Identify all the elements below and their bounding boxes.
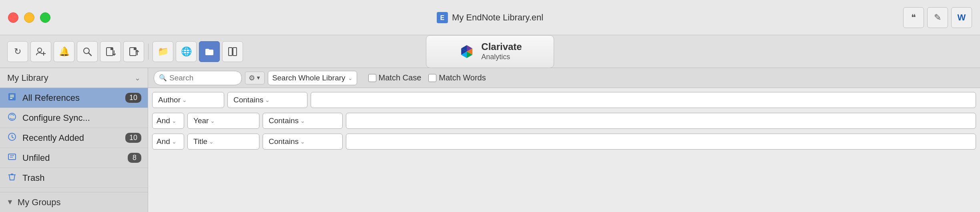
notifications-button[interactable]: 🔔	[54, 41, 74, 62]
search-input[interactable]	[169, 74, 237, 82]
match-case-label: Match Case	[379, 73, 422, 82]
search-icon: 🔍	[159, 74, 167, 82]
layout-icon	[227, 46, 238, 57]
condition-label-3: Contains	[269, 137, 299, 146]
search-bar: 🔍 ⚙ ▼ Search Whole Library ⌄ Match Case …	[148, 68, 980, 88]
add-author-button[interactable]	[30, 41, 51, 62]
export-button[interactable]	[123, 41, 144, 62]
svg-text:E: E	[440, 14, 445, 21]
local-library-button[interactable]	[199, 41, 220, 62]
condition-select-1[interactable]: Contains ⌄	[227, 92, 307, 108]
toolbar-right: ❝ ✎ W	[903, 7, 972, 28]
sidebar-item-trash[interactable]: Trash	[0, 168, 148, 188]
match-words-label: Match Words	[439, 73, 486, 82]
search-row-1: Author ⌄ Contains ⌄	[152, 90, 976, 110]
match-case-option[interactable]: Match Case	[368, 73, 422, 82]
my-groups-chevron-icon: ▼	[6, 198, 14, 206]
condition-label-1: Contains	[233, 96, 263, 104]
edit-citation-button[interactable]: ✎	[927, 7, 948, 28]
value-input-1[interactable]	[311, 92, 976, 108]
svg-rect-11	[229, 48, 232, 56]
clarivate-logo: Clarivate Analytics	[426, 35, 554, 68]
recently-added-icon	[6, 132, 18, 144]
import-icon	[105, 46, 116, 57]
layout-button[interactable]	[222, 41, 243, 62]
all-references-label: All References	[22, 93, 120, 103]
search-settings-button[interactable]: ⚙ ▼	[245, 72, 265, 84]
svg-point-2	[38, 48, 42, 52]
field-arrow-2: ⌄	[210, 118, 215, 124]
export-icon	[129, 46, 139, 57]
sidebar-footer-my-groups[interactable]: ▼ My Groups	[0, 192, 148, 212]
match-words-checkbox[interactable]	[428, 74, 436, 82]
field-arrow-3: ⌄	[209, 138, 214, 145]
match-case-checkbox[interactable]	[368, 74, 376, 82]
field-label-1: Author	[158, 96, 181, 104]
condition-arrow-1: ⌄	[265, 97, 270, 103]
import-button[interactable]	[100, 41, 121, 62]
recently-added-badge: 10	[125, 133, 141, 143]
sidebar-items: All References 10 Configure Sync... Rece…	[0, 88, 148, 192]
traffic-lights	[8, 12, 50, 23]
svg-rect-12	[233, 48, 237, 56]
scope-dropdown-icon: ⌄	[348, 75, 353, 81]
word-button[interactable]: W	[951, 7, 972, 28]
condition-select-2[interactable]: Contains ⌄	[263, 113, 343, 129]
find-icon	[82, 46, 92, 57]
my-library-label: My Library	[7, 73, 48, 83]
sidebar-item-all-references[interactable]: All References 10	[0, 88, 148, 108]
sync-button[interactable]: ↻	[7, 41, 28, 62]
new-folder-button[interactable]: 📁	[153, 41, 173, 62]
online-search-button[interactable]: 🌐	[176, 41, 197, 62]
unfiled-icon	[6, 152, 18, 164]
clarivate-icon	[458, 43, 476, 60]
search-scope-select[interactable]: Search Whole Library ⌄	[268, 71, 357, 85]
my-groups-label: My Groups	[18, 197, 61, 208]
sidebar-item-unfiled[interactable]: Unfiled 8	[0, 148, 148, 168]
library-folder-icon	[204, 46, 215, 57]
separator-1	[148, 44, 149, 60]
configure-sync-icon	[6, 112, 18, 124]
endnote-icon: E	[437, 12, 448, 23]
svg-rect-22	[8, 154, 16, 160]
condition-label-2: Contains	[269, 116, 299, 125]
condition-arrow-2: ⌄	[300, 118, 305, 124]
sidebar: My Library ⌄ All References 10 Configure…	[0, 68, 148, 212]
match-words-option[interactable]: Match Words	[428, 73, 486, 82]
minimize-button[interactable]	[24, 12, 34, 23]
operator-label-2: And	[157, 116, 170, 125]
add-author-icon	[36, 46, 46, 57]
condition-select-3[interactable]: Contains ⌄	[263, 134, 343, 150]
toolbar: ↻ 🔔 📁 🌐	[0, 35, 980, 68]
sidebar-item-configure-sync[interactable]: Configure Sync...	[0, 108, 148, 128]
search-row-2: And ⌄ Year ⌄ Contains ⌄	[152, 111, 976, 130]
search-row-3: And ⌄ Title ⌄ Contains ⌄	[152, 132, 976, 151]
sidebar-item-recently-added[interactable]: Recently Added 10	[0, 128, 148, 148]
trash-icon	[6, 172, 18, 184]
field-label-3: Title	[193, 137, 207, 146]
maximize-button[interactable]	[40, 12, 50, 23]
operator-select-2[interactable]: And ⌄	[152, 113, 184, 129]
field-select-3[interactable]: Title ⌄	[187, 134, 259, 150]
insert-citation-button[interactable]: ❝	[903, 7, 924, 28]
operator-select-3[interactable]: And ⌄	[152, 134, 184, 150]
trash-label: Trash	[22, 173, 141, 183]
svg-line-6	[88, 53, 91, 56]
recently-added-label: Recently Added	[22, 133, 120, 143]
clarivate-text: Clarivate Analytics	[481, 41, 522, 61]
svg-line-21	[12, 137, 14, 138]
all-references-badge: 10	[125, 93, 141, 103]
search-scope-label: Search Whole Library	[272, 74, 345, 82]
close-button[interactable]	[8, 12, 18, 23]
find-duplicates-button[interactable]	[77, 41, 98, 62]
all-references-icon	[6, 92, 18, 104]
value-input-3[interactable]	[346, 134, 976, 150]
gear-icon: ⚙	[249, 74, 255, 82]
field-select-1[interactable]: Author ⌄	[152, 92, 224, 108]
content-area: 🔍 ⚙ ▼ Search Whole Library ⌄ Match Case …	[148, 68, 980, 212]
value-input-2[interactable]	[346, 113, 976, 129]
field-select-2[interactable]: Year ⌄	[187, 113, 259, 129]
field-arrow-1: ⌄	[182, 97, 187, 103]
search-rows: Author ⌄ Contains ⌄ And ⌄ Year ⌄	[148, 88, 980, 212]
search-input-wrapper[interactable]: 🔍	[154, 71, 242, 85]
